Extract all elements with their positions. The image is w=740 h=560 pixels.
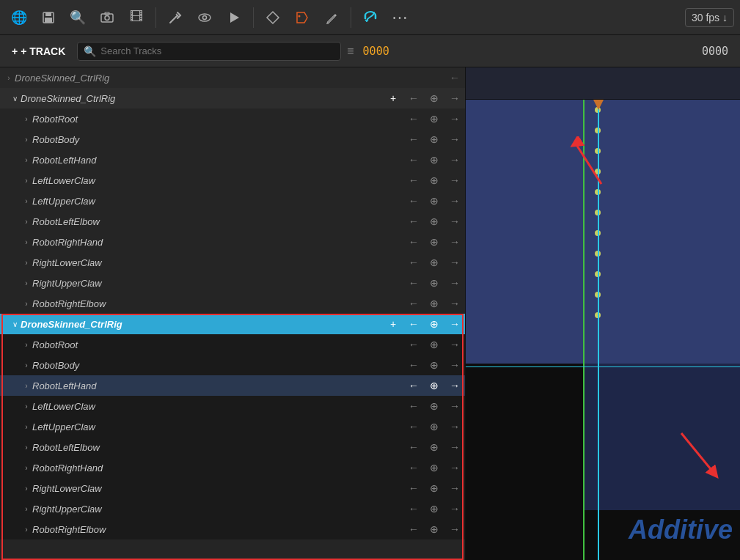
expand-arrow[interactable]: › bbox=[21, 380, 32, 391]
track-item[interactable]: › RobotBody ←⊕→ bbox=[0, 129, 465, 150]
track-item[interactable]: › RobotRightHand ←⊕→ bbox=[0, 232, 465, 252]
track-item[interactable]: › LeftLowerClaw ←⊕→ bbox=[0, 396, 465, 416]
left-arrow-btn[interactable]: ← bbox=[406, 133, 421, 145]
right-arrow-btn[interactable]: → bbox=[447, 92, 462, 104]
left-arrow-btn[interactable]: ← bbox=[406, 195, 421, 207]
add-track-button[interactable]: + + TRACK bbox=[6, 43, 71, 60]
right-arrow-btn[interactable]: → bbox=[447, 482, 462, 494]
right-arrow-btn[interactable]: → bbox=[447, 215, 462, 227]
left-arrow-btn[interactable]: ← bbox=[406, 257, 421, 268]
left-arrow-btn[interactable]: ← bbox=[406, 503, 421, 515]
expand-arrow[interactable]: › bbox=[21, 462, 32, 474]
track-item[interactable]: › RobotLeftElbow ←⊕→ bbox=[0, 437, 465, 457]
left-arrow-btn[interactable]: ← bbox=[406, 154, 421, 166]
expand-arrow[interactable]: › bbox=[21, 133, 32, 145]
circle-btn[interactable]: ⊕ bbox=[427, 236, 442, 248]
left-arrow-btn[interactable]: ← bbox=[406, 113, 421, 125]
track-item[interactable]: › RobotRoot ←⊕→ bbox=[0, 108, 465, 129]
right-arrow-btn[interactable]: → bbox=[447, 195, 462, 207]
expand-arrow[interactable]: › bbox=[21, 482, 32, 494]
left-arrow-btn[interactable]: ← bbox=[447, 72, 462, 84]
circle-btn[interactable]: ⊕ bbox=[427, 257, 442, 268]
right-arrow-btn[interactable]: → bbox=[447, 400, 462, 412]
circle-btn[interactable]: ⊕ bbox=[427, 318, 442, 330]
expand-arrow[interactable]: › bbox=[21, 154, 32, 166]
expand-arrow[interactable]: › bbox=[3, 72, 15, 84]
left-arrow-btn[interactable]: ← bbox=[406, 482, 421, 494]
expand-arrow[interactable]: › bbox=[21, 503, 32, 515]
track-selected-group[interactable]: ∨ DroneSkinned_CtrlRig + ← ⊕ → bbox=[0, 314, 465, 334]
add-btn[interactable]: + bbox=[386, 92, 400, 104]
track-item[interactable]: › RobotLeftElbow ←⊕→ bbox=[0, 211, 465, 232]
search-input[interactable] bbox=[100, 45, 334, 56]
expand-arrow[interactable]: ∨ bbox=[9, 318, 21, 330]
track-item[interactable]: › RobotRightElbow ←⊕→ bbox=[0, 519, 465, 539]
tag-icon[interactable] bbox=[289, 4, 315, 31]
circle-btn[interactable]: ⊕ bbox=[427, 133, 442, 145]
expand-arrow[interactable]: ∨ bbox=[9, 92, 21, 104]
right-arrow-btn[interactable]: → bbox=[447, 236, 462, 248]
circle-btn[interactable]: ⊕ bbox=[427, 113, 442, 125]
right-arrow-btn[interactable]: → bbox=[447, 380, 462, 391]
right-arrow-btn[interactable]: → bbox=[447, 298, 462, 309]
circle-btn[interactable]: ⊕ bbox=[427, 359, 442, 371]
circle-btn[interactable]: ⊕ bbox=[427, 195, 442, 207]
expand-arrow[interactable]: › bbox=[21, 421, 32, 432]
left-arrow-btn[interactable]: ← bbox=[406, 215, 421, 227]
circle-btn[interactable]: ⊕ bbox=[427, 421, 442, 432]
expand-arrow[interactable]: › bbox=[21, 359, 32, 371]
right-arrow-btn[interactable]: → bbox=[447, 441, 462, 453]
track-item[interactable]: › RightUpperClaw ←⊕→ bbox=[0, 498, 465, 519]
track-item[interactable]: › LeftUpperClaw ←⊕→ bbox=[0, 416, 465, 437]
expand-arrow[interactable]: › bbox=[21, 236, 32, 248]
right-arrow-btn[interactable]: → bbox=[447, 174, 462, 186]
circle-btn[interactable]: ⊕ bbox=[427, 523, 442, 535]
right-arrow-btn[interactable]: → bbox=[447, 503, 462, 515]
left-arrow-btn[interactable]: ← bbox=[406, 339, 421, 350]
circle-btn[interactable]: ⊕ bbox=[427, 441, 442, 453]
play-icon[interactable] bbox=[221, 4, 247, 31]
left-arrow-btn[interactable]: ← bbox=[406, 277, 421, 289]
left-arrow-btn[interactable]: ← bbox=[406, 174, 421, 186]
search-icon[interactable]: 🔍 bbox=[65, 4, 91, 31]
right-arrow-btn[interactable]: → bbox=[447, 318, 462, 330]
circle-btn[interactable]: ⊕ bbox=[427, 462, 442, 474]
circle-btn[interactable]: ⊕ bbox=[427, 482, 442, 494]
right-arrow-btn[interactable]: → bbox=[447, 339, 462, 350]
diamond-icon[interactable] bbox=[260, 4, 286, 31]
right-arrow-btn[interactable]: → bbox=[447, 154, 462, 166]
right-arrow-btn[interactable]: → bbox=[447, 421, 462, 432]
track-item[interactable]: › RobotBody ←⊕→ bbox=[0, 355, 465, 375]
expand-arrow[interactable]: › bbox=[21, 298, 32, 309]
fps-badge[interactable]: 30 fps ↓ bbox=[685, 8, 734, 27]
more-icon[interactable]: ⋯ bbox=[387, 4, 413, 31]
circle-btn[interactable]: ⊕ bbox=[427, 298, 442, 309]
track-item[interactable]: › RobotLeftHand ← ⊕ → bbox=[0, 375, 465, 396]
expand-arrow[interactable]: › bbox=[21, 215, 32, 227]
circle-btn[interactable]: ⊕ bbox=[427, 174, 442, 186]
track-item[interactable]: › RobotRightElbow ←⊕→ bbox=[0, 293, 465, 314]
timeline-tracks[interactable]: Additive bbox=[466, 100, 740, 560]
left-arrow-btn[interactable]: ← bbox=[406, 441, 421, 453]
circle-btn[interactable]: ⊕ bbox=[427, 400, 442, 412]
expand-arrow[interactable]: › bbox=[21, 339, 32, 350]
magnet-icon[interactable] bbox=[357, 4, 384, 31]
left-arrow-btn[interactable]: ← bbox=[406, 318, 421, 330]
track-item[interactable]: › RightLowerClaw ←⊕→ bbox=[0, 252, 465, 273]
save-icon[interactable] bbox=[35, 4, 62, 31]
left-arrow-btn[interactable]: ← bbox=[406, 236, 421, 248]
track-group-item[interactable]: › DroneSkinned_CtrlRig ← bbox=[0, 67, 465, 88]
pencil-icon[interactable] bbox=[318, 4, 345, 31]
left-arrow-btn[interactable]: ← bbox=[406, 92, 421, 104]
track-item[interactable]: › LeftLowerClaw ←⊕→ bbox=[0, 170, 465, 191]
circle-btn[interactable]: ⊕ bbox=[427, 339, 442, 350]
eye-icon[interactable] bbox=[191, 4, 218, 31]
circle-btn[interactable]: ⊕ bbox=[427, 154, 442, 166]
circle-btn[interactable]: ⊕ bbox=[427, 277, 442, 289]
expand-arrow[interactable]: › bbox=[21, 257, 32, 268]
left-arrow-btn[interactable]: ← bbox=[406, 523, 421, 535]
expand-arrow[interactable]: › bbox=[21, 523, 32, 535]
film-icon[interactable]: 🎞 bbox=[123, 4, 150, 31]
expand-arrow[interactable]: › bbox=[21, 277, 32, 289]
globe-icon[interactable]: 🌐 bbox=[6, 4, 32, 31]
